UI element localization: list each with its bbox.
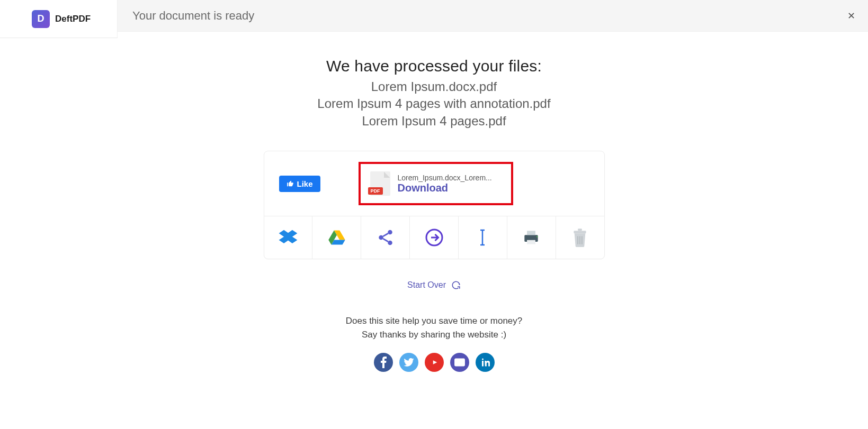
thumbs-up-icon	[287, 180, 294, 187]
processed-file: Lorem Ipsum 4 pages with annotation.pdf	[0, 95, 868, 112]
trash-icon	[571, 228, 588, 247]
dropbox-icon	[278, 227, 298, 248]
logo-text: DeftPDF	[55, 14, 91, 24]
share-email-button[interactable]	[450, 353, 469, 372]
twitter-icon	[404, 358, 414, 367]
share-twitter-button[interactable]	[399, 353, 418, 372]
like-label: Like	[297, 179, 313, 188]
download-filename: Lorem_Ipsum.docx_Lorem...	[398, 174, 492, 182]
facebook-icon	[380, 357, 387, 368]
start-over-label: Start Over	[407, 280, 446, 290]
share-icon	[377, 229, 395, 247]
refresh-icon	[451, 280, 461, 290]
svg-point-0	[388, 230, 392, 235]
rename-button[interactable]	[459, 216, 507, 259]
youtube-icon	[429, 358, 439, 367]
logo-badge: D	[32, 10, 50, 28]
save-dropbox-button[interactable]	[264, 216, 313, 259]
processed-file: Lorem Ipsum.docx.pdf	[0, 78, 868, 95]
share-linkedin-button[interactable]	[476, 353, 495, 372]
start-over-link[interactable]: Start Over	[407, 280, 461, 290]
result-card: Like PDF Lorem_Ipsum.docx_Lorem... Downl…	[264, 151, 605, 259]
share-youtube-button[interactable]	[425, 353, 444, 372]
share-button[interactable]	[361, 216, 410, 259]
google-drive-icon	[327, 228, 346, 247]
thanks-text: Does this site help you save time or mon…	[0, 314, 868, 341]
thanks-line: Say thanks by sharing the website :)	[0, 328, 868, 342]
download-box[interactable]: PDF Lorem_Ipsum.docx_Lorem... Download	[359, 162, 513, 205]
share-facebook-button[interactable]	[374, 353, 393, 372]
title-panel: Your document is ready ✕	[118, 0, 868, 31]
close-icon[interactable]: ✕	[844, 8, 858, 23]
delete-button[interactable]	[556, 216, 604, 259]
pdf-badge: PDF	[368, 187, 383, 195]
processed-heading: We have processed your files:	[0, 57, 868, 75]
download-label: Download	[398, 182, 492, 194]
logo-panel[interactable]: D DeftPDF	[0, 0, 118, 38]
text-cursor-icon	[475, 228, 490, 247]
svg-rect-5	[527, 231, 535, 235]
svg-rect-6	[527, 240, 535, 244]
arrow-circle-icon	[425, 228, 444, 247]
processed-file: Lorem Ipsum 4 pages.pdf	[0, 113, 868, 130]
svg-rect-8	[574, 231, 586, 233]
email-icon	[454, 358, 465, 367]
svg-point-7	[536, 236, 538, 237]
thanks-line: Does this site help you save time or mon…	[0, 314, 868, 328]
svg-point-2	[388, 241, 392, 245]
svg-point-1	[379, 235, 383, 240]
pdf-file-icon: PDF	[370, 171, 390, 196]
save-googledrive-button[interactable]	[312, 216, 361, 259]
svg-rect-9	[578, 229, 582, 231]
like-button[interactable]: Like	[279, 176, 320, 192]
print-button[interactable]	[507, 216, 556, 259]
export-button[interactable]	[410, 216, 459, 259]
linkedin-icon	[480, 358, 490, 367]
page-title: Your document is ready	[132, 9, 254, 23]
printer-icon	[521, 227, 541, 248]
